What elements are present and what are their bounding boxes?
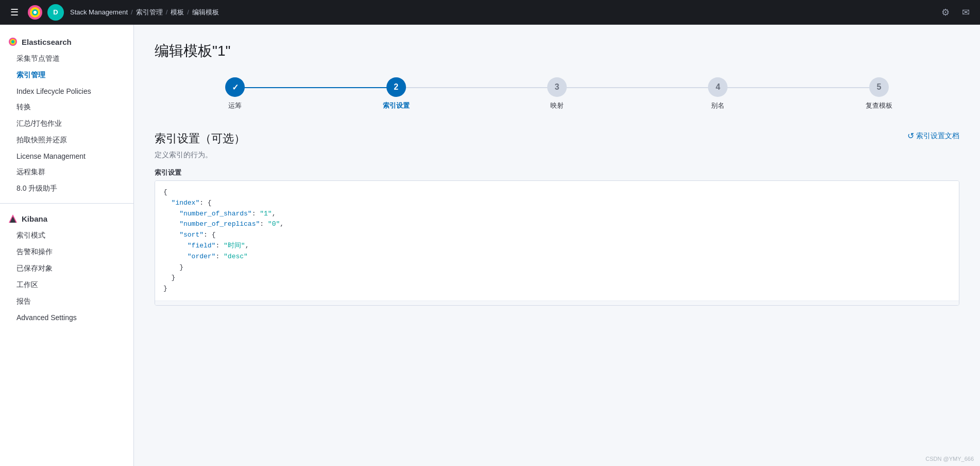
sidebar-item-snapshot[interactable]: 拍取快照并还原 xyxy=(0,132,133,148)
sidebar-item-transform[interactable]: 转换 xyxy=(0,99,133,115)
breadcrumb: Stack Management / 索引管理 / 模板 / 编辑模板 xyxy=(70,8,937,17)
top-navigation: ☰ D Stack Management / 索引管理 / 模板 / 编辑模板 … xyxy=(0,0,980,25)
user-avatar: D xyxy=(47,4,64,21)
step-2: 2 索引设置 xyxy=(315,77,476,110)
elasticsearch-section-title: Elasticsearch xyxy=(0,33,133,51)
kibana-logo xyxy=(8,214,18,223)
code-editor[interactable]: { "index": { "number_of_shards": "1", "n… xyxy=(155,181,959,301)
svg-point-3 xyxy=(33,11,37,14)
sidebar-item-ilp[interactable]: Index Lifecycle Policies xyxy=(0,84,133,99)
code-editor-bottom-bar xyxy=(155,301,959,305)
elasticsearch-label: Elasticsearch xyxy=(22,38,72,46)
main-content: 编辑模板"1" ✓ 运筹 2 索引设置 3 映射 xyxy=(134,25,980,466)
step-5-circle[interactable]: 5 xyxy=(869,77,889,97)
sidebar: Elasticsearch 采集节点管道 索引管理 Index Lifecycl… xyxy=(0,25,134,466)
sidebar-item-advanced-settings[interactable]: Advanced Settings xyxy=(0,310,133,325)
stepper: ✓ 运筹 2 索引设置 3 映射 4 别名 xyxy=(155,77,959,110)
breadcrumb-index-mgmt[interactable]: 索引管理 xyxy=(136,8,163,17)
kibana-label: Kibana xyxy=(22,214,47,223)
nav-right-icons: ⚙ ✉ xyxy=(937,5,974,20)
code-editor-wrapper: { "index": { "number_of_shards": "1", "n… xyxy=(155,180,959,306)
step-4-label: 别名 xyxy=(711,101,724,110)
settings-icon: ⚙ xyxy=(941,7,950,18)
step-3-circle[interactable]: 3 xyxy=(547,77,567,97)
doc-link-label: 索引设置文档 xyxy=(916,131,959,141)
page-title: 编辑模板"1" xyxy=(155,41,959,61)
sidebar-divider xyxy=(0,203,133,204)
breadcrumb-templates[interactable]: 模板 xyxy=(171,8,184,17)
step-4: 4 别名 xyxy=(637,77,798,110)
step-5: 5 复查模板 xyxy=(799,77,959,110)
sidebar-item-collector[interactable]: 采集节点管道 xyxy=(0,51,133,67)
breadcrumb-edit-template[interactable]: 编辑模板 xyxy=(192,8,219,17)
step-1: ✓ 运筹 xyxy=(155,77,315,110)
watermark: CSDN @YMY_666 xyxy=(925,456,974,462)
doc-link-icon: ↺ xyxy=(907,131,914,141)
sidebar-item-index-pattern[interactable]: 索引模式 xyxy=(0,227,133,244)
elasticsearch-logo xyxy=(8,37,18,46)
sidebar-item-rollup[interactable]: 汇总/打包作业 xyxy=(0,115,133,132)
breadcrumb-sep-3: / xyxy=(187,8,189,16)
mail-icon-button[interactable]: ✉ xyxy=(958,5,974,20)
step-2-label: 索引设置 xyxy=(383,101,410,110)
mail-icon: ✉ xyxy=(962,7,970,18)
step-3-label: 映射 xyxy=(550,101,564,110)
section-header: 索引设置（可选） ↺ 索引设置文档 xyxy=(155,131,959,146)
sidebar-item-license[interactable]: License Management xyxy=(0,148,133,164)
svg-point-6 xyxy=(11,40,14,43)
code-label: 索引设置 xyxy=(155,168,959,177)
sidebar-item-remote-cluster[interactable]: 远程集群 xyxy=(0,164,133,180)
step-5-label: 复查模板 xyxy=(866,101,892,110)
sidebar-item-index-mgmt[interactable]: 索引管理 xyxy=(0,67,133,84)
sidebar-item-saved-objects[interactable]: 已保存对象 xyxy=(0,260,133,277)
kibana-section-title: Kibana xyxy=(0,210,133,227)
sidebar-item-reports[interactable]: 报告 xyxy=(0,293,133,310)
elastic-logo xyxy=(27,4,43,21)
breadcrumb-sep-1: / xyxy=(131,8,133,16)
step-4-circle[interactable]: 4 xyxy=(708,77,728,97)
breadcrumb-sep-2: / xyxy=(166,8,168,16)
hamburger-button[interactable]: ☰ xyxy=(6,5,23,20)
step-1-circle[interactable]: ✓ xyxy=(225,77,245,97)
settings-icon-button[interactable]: ⚙ xyxy=(937,5,954,20)
step-1-label: 运筹 xyxy=(228,101,242,110)
sidebar-item-upgrade[interactable]: 8.0 升级助手 xyxy=(0,180,133,197)
sidebar-item-alerts[interactable]: 告警和操作 xyxy=(0,244,133,260)
step-2-circle[interactable]: 2 xyxy=(386,77,406,97)
sidebar-item-workspace[interactable]: 工作区 xyxy=(0,277,133,293)
breadcrumb-stack-management[interactable]: Stack Management xyxy=(70,8,128,16)
doc-link[interactable]: ↺ 索引设置文档 xyxy=(907,131,959,141)
section-title: 索引设置（可选） xyxy=(155,131,245,146)
step-3: 3 映射 xyxy=(477,77,637,110)
section-description: 定义索引的行为。 xyxy=(155,151,959,160)
main-layout: Elasticsearch 采集节点管道 索引管理 Index Lifecycl… xyxy=(0,0,980,466)
